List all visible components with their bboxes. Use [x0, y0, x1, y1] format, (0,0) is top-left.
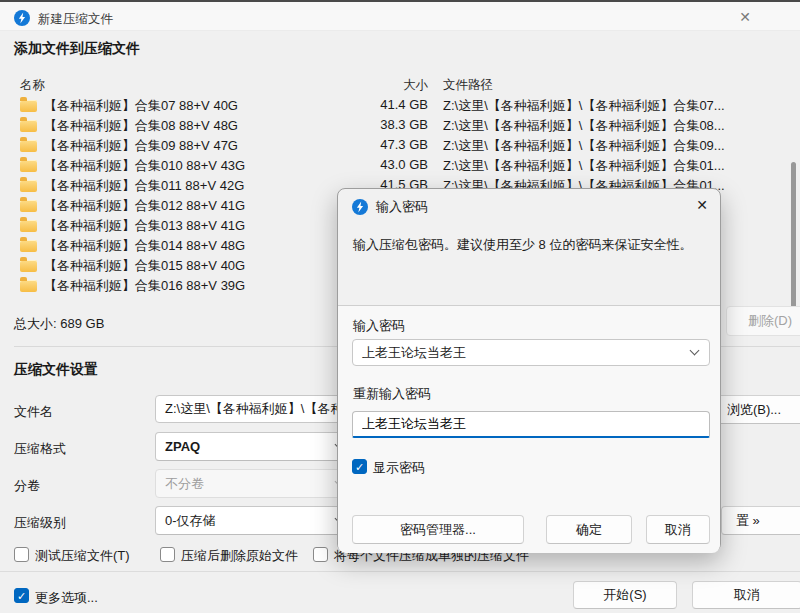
more-options-label: 更多选项...: [35, 589, 98, 607]
column-header-size[interactable]: 大小: [330, 77, 428, 94]
file-name: 【各种福利姬】合集07 88+V 40G: [44, 97, 238, 115]
app-icon: [14, 10, 30, 26]
delete-button[interactable]: 删除(D): [726, 306, 800, 336]
delete-after-label: 压缩后删除原始文件: [181, 547, 298, 565]
folder-icon: [20, 280, 37, 292]
password-value: 上老王论坛当老王: [362, 344, 466, 362]
table-row[interactable]: 【各种福利姬】合集09 88+V 47G47.3 GBZ:\这里\【各种福利姬】…: [0, 136, 800, 156]
dialog-cancel-button[interactable]: 取消: [646, 515, 710, 544]
split-select: 不分卷: [155, 469, 355, 498]
level-select[interactable]: 0-仅存储: [155, 506, 355, 535]
table-row[interactable]: 【各种福利姬】合集08 88+V 48G38.3 GBZ:\这里\【各种福利姬】…: [0, 116, 800, 136]
file-name: 【各种福利姬】合集016 88+V 39G: [44, 277, 245, 295]
test-archive-label: 测试压缩文件(T): [35, 547, 130, 565]
delete-after-checkbox[interactable]: [160, 547, 175, 562]
window-close-icon[interactable]: ✕: [735, 7, 755, 27]
start-button[interactable]: 开始(S): [573, 581, 677, 609]
table-row[interactable]: 【各种福利姬】合集010 88+V 43G43.0 GBZ:\这里\【各种福利姬…: [0, 156, 800, 176]
file-path: Z:\这里\【各种福利姬】\【各种福利姬】合集09...: [443, 137, 800, 155]
filename-label: 文件名: [14, 403, 53, 421]
folder-icon: [20, 240, 37, 252]
advanced-settings-button[interactable]: 置 »: [721, 506, 800, 535]
show-password-checkbox[interactable]: ✓: [352, 459, 367, 474]
folder-icon: [20, 260, 37, 272]
list-scrollbar[interactable]: [791, 162, 796, 310]
total-size-label: 总大小: 689 GB: [14, 315, 104, 333]
file-path: Z:\这里\【各种福利姬】\【各种福利姬】合集08...: [443, 117, 800, 135]
folder-icon: [20, 160, 37, 172]
dialog-title: 输入密码: [376, 198, 428, 216]
dialog-app-icon: [352, 199, 368, 215]
file-size: 38.3 GB: [330, 117, 428, 132]
file-size: 47.3 GB: [330, 137, 428, 152]
file-name: 【各种福利姬】合集08 88+V 48G: [44, 117, 238, 135]
split-label: 分卷: [14, 477, 40, 495]
password-combobox[interactable]: 上老王论坛当老王: [352, 339, 710, 366]
format-select[interactable]: ZPAQ: [155, 432, 355, 461]
cancel-button[interactable]: 取消: [692, 581, 800, 609]
password-label: 输入密码: [353, 317, 405, 335]
file-name: 【各种福利姬】合集010 88+V 43G: [44, 157, 245, 175]
level-label: 压缩级别: [14, 514, 66, 532]
confirm-password-label: 重新输入密码: [353, 385, 431, 403]
show-password-label: 显示密码: [373, 459, 425, 477]
format-label: 压缩格式: [14, 440, 66, 458]
file-size: 41.4 GB: [330, 97, 428, 112]
file-size: 43.0 GB: [330, 157, 428, 172]
dialog-close-icon[interactable]: ✕: [692, 195, 712, 215]
file-name: 【各种福利姬】合集011 88+V 42G: [44, 177, 244, 195]
section-title-settings: 压缩文件设置: [14, 361, 98, 379]
split-value: 不分卷: [165, 475, 204, 493]
dialog-message: 输入压缩包密码。建议使用至少 8 位的密码来保证安全性。: [353, 236, 713, 254]
filename-value: Z:\这里\【各种福利姬】\【各种: [165, 400, 343, 418]
section-title-add: 添加文件到压缩文件: [14, 40, 140, 58]
folder-icon: [20, 140, 37, 152]
file-name: 【各种福利姬】合集014 88+V 48G: [44, 237, 245, 255]
file-name: 【各种福利姬】合集09 88+V 47G: [44, 137, 238, 155]
file-path: Z:\这里\【各种福利姬】\【各种福利姬】合集07...: [443, 97, 800, 115]
password-manager-button[interactable]: 密码管理器...: [352, 515, 524, 544]
file-path: Z:\这里\【各种福利姬】\【各种福利姬】合集01...: [443, 157, 800, 175]
column-header-name[interactable]: 名称: [20, 77, 45, 94]
window-title: 新建压缩文件: [38, 11, 113, 28]
table-row[interactable]: 【各种福利姬】合集07 88+V 40G41.4 GBZ:\这里\【各种福利姬】…: [0, 96, 800, 116]
file-name: 【各种福利姬】合集012 88+V 41G: [44, 197, 245, 215]
new-archive-window: 新建压缩文件 ✕ 添加文件到压缩文件 名称 大小 文件路径 【各种福利姬】合集0…: [0, 0, 800, 613]
format-value: ZPAQ: [165, 439, 200, 454]
file-name: 【各种福利姬】合集015 88+V 40G: [44, 257, 245, 275]
separate-archive-checkbox[interactable]: [313, 547, 328, 562]
title-bar[interactable]: 新建压缩文件 ✕: [0, 2, 800, 31]
test-archive-checkbox[interactable]: [14, 547, 29, 562]
ok-button[interactable]: 确定: [546, 515, 632, 544]
more-options-checkbox[interactable]: ✓: [14, 588, 29, 603]
confirm-password-input[interactable]: [352, 411, 710, 438]
file-name: 【各种福利姬】合集013 88+V 41G: [44, 217, 245, 235]
folder-icon: [20, 120, 37, 132]
folder-icon: [20, 200, 37, 212]
chevron-down-icon[interactable]: [690, 345, 700, 355]
folder-icon: [20, 100, 37, 112]
level-value: 0-仅存储: [165, 512, 216, 530]
folder-icon: [20, 180, 37, 192]
divider: [0, 571, 800, 572]
enter-password-dialog: 输入密码 ✕ 输入压缩包密码。建议使用至少 8 位的密码来保证安全性。 输入密码…: [337, 188, 721, 552]
column-header-path[interactable]: 文件路径: [443, 77, 493, 94]
folder-icon: [20, 220, 37, 232]
